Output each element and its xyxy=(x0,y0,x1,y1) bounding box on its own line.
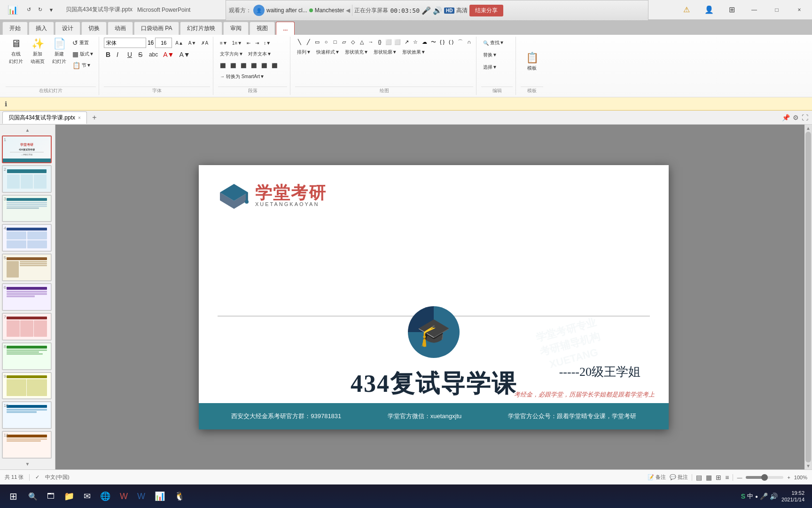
mail-btn[interactable]: ✉ xyxy=(80,487,94,505)
shape-effect-btn[interactable]: 形状效果▼ xyxy=(400,47,428,57)
replace-btn[interactable]: 替换▼ xyxy=(481,50,499,60)
shape-cloud-btn[interactable]: ☁ xyxy=(420,38,429,46)
tray-mic-icon[interactable]: 🎤 xyxy=(760,492,768,500)
align-right-btn[interactable]: ⬛ xyxy=(239,60,248,71)
shape-tri-btn[interactable]: △ xyxy=(358,38,366,46)
scroll-down-arrow[interactable]: ▼ xyxy=(806,463,811,468)
slide-thumb-2[interactable]: 2 xyxy=(2,165,52,193)
normal-view-btn[interactable]: ▤ xyxy=(696,474,702,481)
view-toggle[interactable]: ⊞ xyxy=(721,3,742,17)
online-slides-btn[interactable]: 🖥 在线幻灯片 xyxy=(6,38,26,65)
slide-thumb-11[interactable]: 11 xyxy=(2,431,52,459)
shape-custom2-btn[interactable]: ∩ xyxy=(465,38,473,46)
shape-line2-btn[interactable]: ╱ xyxy=(304,38,312,46)
mic-icon[interactable]: 🎤 xyxy=(422,6,431,15)
maximize-btn[interactable]: □ xyxy=(766,3,788,17)
font-color-btn[interactable]: A▼ xyxy=(161,49,176,60)
reading-view-btn[interactable]: ⊞ xyxy=(716,474,721,481)
find-btn[interactable]: 🔍查找▼ xyxy=(481,38,506,48)
clear-format-btn[interactable]: ✗A xyxy=(199,38,210,48)
ppt-btn[interactable]: 📊 xyxy=(151,487,169,505)
vertical-scrollbar[interactable]: ▲ ▼ xyxy=(804,125,812,469)
text-align-btn[interactable]: 对齐文本▼ xyxy=(246,49,273,59)
strikethrough-btn[interactable]: S xyxy=(136,49,146,60)
new-animation-btn[interactable]: ✨ 新加动画页 xyxy=(27,38,48,65)
undo-btn[interactable]: ↺ xyxy=(24,6,33,14)
qq-btn[interactable]: 🐧 xyxy=(171,487,188,505)
shape-brace-btn[interactable]: { } xyxy=(438,38,446,46)
quick-access-more[interactable]: ▼ xyxy=(47,6,55,14)
shape-fill-btn[interactable]: 形状填充▼ xyxy=(343,47,370,57)
notes-btn[interactable]: 📝 备注 xyxy=(648,474,666,481)
zoom-thumb[interactable] xyxy=(761,474,768,481)
browser-btn[interactable]: 🌐 xyxy=(96,487,114,505)
shape-arrow2-btn[interactable]: ↗ xyxy=(402,38,411,46)
slide-show-btn[interactable]: ≡ xyxy=(725,474,729,481)
wps-btn[interactable]: W xyxy=(116,487,132,505)
tab-slideshow[interactable]: 幻灯片放映 xyxy=(180,22,222,35)
close-btn[interactable]: × xyxy=(789,3,810,17)
convert-smartart-btn[interactable]: → 转换为 SmartArt▼ xyxy=(218,71,266,82)
slide-thumb-5[interactable]: 5 xyxy=(2,254,52,281)
pin-icon[interactable]: 📌 xyxy=(782,114,790,121)
shape-line-btn[interactable]: ╲ xyxy=(295,38,304,46)
shape-star-btn[interactable]: ☆ xyxy=(411,38,420,46)
speaker-icon[interactable]: 🔊 xyxy=(433,6,442,15)
slide-thumb-3[interactable]: 3 xyxy=(2,195,52,222)
shape-arrow-btn[interactable]: → xyxy=(367,38,375,46)
reset-btn[interactable]: ↺重置 xyxy=(70,38,96,48)
indent-more-btn[interactable]: ⇥ xyxy=(253,38,261,48)
bullet-list-btn[interactable]: ≡▼ xyxy=(218,38,229,48)
indent-less-btn[interactable]: ⇤ xyxy=(245,38,252,48)
tab-start[interactable]: 开始 xyxy=(2,22,28,35)
slide-thumb-4[interactable]: 4 xyxy=(2,224,52,252)
italic-btn[interactable]: I xyxy=(115,49,124,60)
tab-more[interactable]: ... xyxy=(276,22,295,35)
tray-speaker-icon[interactable]: 🔊 xyxy=(770,492,778,500)
minimize-btn[interactable]: — xyxy=(743,3,765,17)
shape-box-btn[interactable]: □ xyxy=(331,38,339,46)
template-btn[interactable]: 📋 模板 xyxy=(522,48,542,75)
slide-thumb-9[interactable]: 9 xyxy=(2,372,52,400)
shape-para-btn[interactable]: ▱ xyxy=(340,38,348,46)
increase-font-btn[interactable]: A▲ xyxy=(173,38,185,48)
font-name-input[interactable] xyxy=(104,38,146,48)
new-slide-btn[interactable]: 📄 新建幻灯片 xyxy=(49,38,70,65)
layout-btn[interactable]: ▦版式▼ xyxy=(70,49,96,59)
slide-thumb-7[interactable]: 7 xyxy=(2,313,52,341)
tab-animation[interactable]: 动画 xyxy=(108,22,133,35)
font-bg-btn[interactable]: A▼ xyxy=(177,49,192,60)
align-justify-btn[interactable]: ⬛ xyxy=(249,60,258,71)
arrange-btn[interactable]: 排列▼ xyxy=(295,47,313,57)
user-account[interactable]: 👤 xyxy=(698,3,720,17)
underline-btn[interactable]: U xyxy=(125,49,135,60)
search-btn[interactable]: 🔍 xyxy=(24,487,41,505)
slide-thumb-6[interactable]: 6 xyxy=(2,283,52,311)
tray-ime-icon[interactable]: 中 xyxy=(747,492,753,500)
scroll-up-btn[interactable]: ▲ xyxy=(2,127,53,134)
text-direction-btn[interactable]: 文字方向▼ xyxy=(218,49,245,59)
tab-view[interactable]: 视图 xyxy=(250,22,275,35)
shape-round-btn[interactable]: ⬜ xyxy=(393,38,402,46)
shadow-btn[interactable]: abc xyxy=(147,49,160,60)
shape-wave-btn[interactable]: 〜 xyxy=(429,38,437,46)
tab-design[interactable]: 设计 xyxy=(55,22,80,35)
section-btn[interactable]: 📋节▼ xyxy=(70,60,96,71)
word-btn[interactable]: W xyxy=(133,487,149,505)
shape-outline-btn[interactable]: 形状轮廓▼ xyxy=(372,47,399,57)
tab-insert[interactable]: 插入 xyxy=(29,22,54,35)
shape-sq-btn[interactable]: ⬜ xyxy=(384,38,393,46)
shape-rect-btn[interactable]: ▭ xyxy=(313,38,321,46)
comments-btn[interactable]: 💬 批注 xyxy=(670,474,688,481)
gear-icon[interactable]: ⚙ xyxy=(793,114,799,121)
close-tab-btn[interactable]: × xyxy=(78,115,81,120)
bold-btn[interactable]: B xyxy=(104,49,113,60)
select-btn[interactable]: 选择▼ xyxy=(481,62,499,72)
start-btn[interactable]: ⊞ xyxy=(4,487,23,505)
shape-paren-btn[interactable]: ( ) xyxy=(447,38,455,46)
task-view-btn[interactable]: 🗔 xyxy=(43,487,58,505)
line-spacing-btn[interactable]: ↕▼ xyxy=(262,38,273,48)
add-tab-btn[interactable]: + xyxy=(88,111,101,124)
expand-icon[interactable]: ⛶ xyxy=(802,114,808,121)
quick-style-btn[interactable]: 快速样式▼ xyxy=(314,47,342,57)
